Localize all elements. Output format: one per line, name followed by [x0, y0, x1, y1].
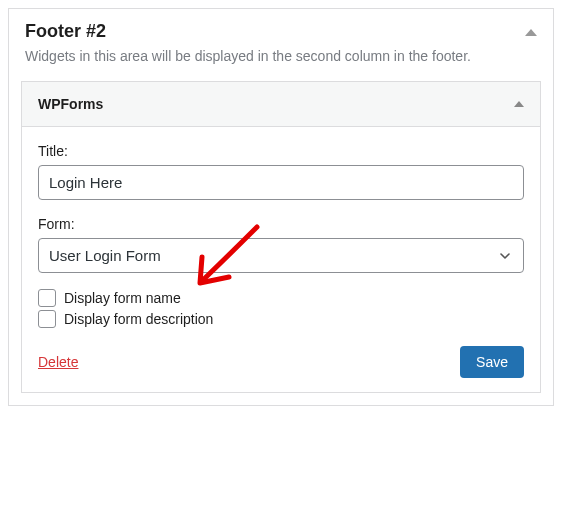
widget-panel: WPForms Title: Form: User Login Form: [21, 81, 541, 393]
title-input[interactable]: [38, 165, 524, 200]
title-field-group: Title:: [38, 143, 524, 200]
display-name-checkbox[interactable]: [38, 289, 56, 307]
widget-title: WPForms: [38, 96, 103, 112]
widget-actions: Delete Save: [38, 346, 524, 378]
form-select-wrapper: User Login Form: [38, 238, 524, 273]
widget-area-header: Footer #2: [9, 9, 553, 46]
title-label: Title:: [38, 143, 524, 159]
display-name-row: Display form name: [38, 289, 524, 307]
display-desc-row: Display form description: [38, 310, 524, 328]
display-desc-checkbox[interactable]: [38, 310, 56, 328]
widget-area-panel: Footer #2 Widgets in this area will be d…: [8, 8, 554, 406]
display-name-label[interactable]: Display form name: [64, 290, 181, 306]
display-desc-label[interactable]: Display form description: [64, 311, 213, 327]
form-field-group: Form: User Login Form: [38, 216, 524, 273]
widget-area-description: Widgets in this area will be displayed i…: [9, 46, 553, 81]
collapse-widget-icon[interactable]: [514, 101, 524, 107]
widget-body: Title: Form: User Login Form Display: [22, 127, 540, 392]
widget-area-title: Footer #2: [25, 21, 106, 42]
form-label: Form:: [38, 216, 524, 232]
options-group: Display form name Display form descripti…: [38, 289, 524, 328]
delete-link[interactable]: Delete: [38, 354, 78, 370]
collapse-area-icon[interactable]: [525, 29, 537, 36]
form-select[interactable]: User Login Form: [38, 238, 524, 273]
save-button[interactable]: Save: [460, 346, 524, 378]
widget-header[interactable]: WPForms: [22, 82, 540, 127]
